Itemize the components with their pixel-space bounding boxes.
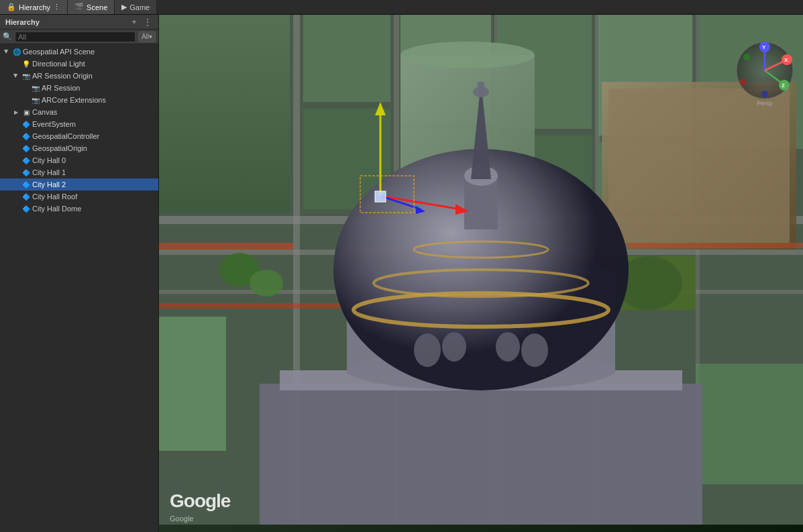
canvas-icon: ▣ <box>21 107 31 117</box>
hierarchy-item-city-hall-2[interactable]: ▶ 🔷 City Hall 2 <box>0 178 158 191</box>
view-orientation-gizmo[interactable]: Y X Z Persp <box>735 40 795 101</box>
cube-icon-city-hall-dome: 🔷 <box>21 204 31 213</box>
game-tab-label: Game <box>129 3 150 11</box>
svg-rect-30 <box>629 243 803 248</box>
eventsystem-label: EventSystem <box>32 120 76 128</box>
svg-rect-32 <box>159 317 226 451</box>
gizmo-svg: Y X Z <box>735 40 795 101</box>
hierarchy-tab[interactable]: 🔒 Hierarchy ⋮ <box>0 0 68 14</box>
hierarchy-item-geospatial-origin[interactable]: ▶ 🔷 GeospatialOrigin <box>0 142 158 154</box>
svg-text:Z: Z <box>782 83 785 89</box>
geospatial-origin-label: GeospatialOrigin <box>32 144 87 152</box>
search-input[interactable] <box>15 32 136 42</box>
persp-label: Persp <box>735 100 795 107</box>
ar-session-origin-label: AR Session Origin <box>32 72 93 80</box>
hierarchy-list: ▶ 🌐 Geospatial API Scene ▶ 💡 Directional… <box>0 44 158 532</box>
svg-point-35 <box>250 270 283 297</box>
hierarchy-menu-icon[interactable]: ⋮ <box>53 3 60 11</box>
svg-point-70 <box>739 78 746 85</box>
canvas-label: Canvas <box>32 108 57 116</box>
game-icon: ▶ <box>121 3 127 11</box>
top-tabs-row: 🔒 Hierarchy ⋮ 🎬 Scene ▶ Game <box>0 0 803 15</box>
hierarchy-item-city-hall-dome[interactable]: ▶ 🔷 City Hall Dome <box>0 203 158 215</box>
ar-session-label: AR Session <box>42 84 80 92</box>
hierarchy-item-root[interactable]: ▶ 🌐 Geospatial API Scene <box>0 46 158 58</box>
hierarchy-item-arcore-extensions[interactable]: ▶ 📷 ARCore Extensions <box>0 94 158 106</box>
game-tab[interactable]: ▶ Game <box>115 0 157 14</box>
scene-icon-root: 🌐 <box>12 47 21 56</box>
city-hall-0-label: City Hall 0 <box>32 156 66 164</box>
city-svg <box>159 15 803 532</box>
hierarchy-panel-title: Hierarchy <box>5 18 126 26</box>
city-hall-dome-label: City Hall Dome <box>32 205 81 213</box>
hierarchy-item-city-hall-0[interactable]: ▶ 🔷 City Hall 0 <box>0 154 158 166</box>
hierarchy-search-bar: 🔍 All ▾ <box>0 30 158 44</box>
svg-point-53 <box>521 333 548 367</box>
hierarchy-item-city-hall-1[interactable]: ▶ 🔷 City Hall 1 <box>0 166 158 178</box>
city-hall-1-label: City Hall 1 <box>32 168 66 176</box>
cube-icon-geo-controller: 🔷 <box>21 131 31 141</box>
svg-rect-28 <box>159 303 360 309</box>
svg-rect-23 <box>608 89 790 243</box>
hierarchy-item-directional-light[interactable]: ▶ 💡 Directional Light <box>0 58 158 70</box>
svg-point-52 <box>496 332 520 362</box>
cube-icon-geo-origin: 🔷 <box>21 144 31 153</box>
hierarchy-item-canvas[interactable]: ▶ ▣ Canvas <box>0 106 158 118</box>
hierarchy-tab-label: Hierarchy <box>19 3 50 11</box>
search-type-dropdown[interactable]: All ▾ <box>138 32 156 42</box>
google-watermark: Google <box>170 490 230 512</box>
svg-rect-49 <box>478 82 484 95</box>
expand-root[interactable]: ▶ <box>3 48 11 56</box>
svg-text:X: X <box>784 57 788 63</box>
scene-tab[interactable]: 🎬 Scene <box>68 0 115 14</box>
expand-canvas[interactable]: ▶ <box>12 108 20 116</box>
svg-text:Y: Y <box>762 44 766 50</box>
svg-rect-33 <box>696 364 803 484</box>
city-hall-roof-label: City Hall Roof <box>32 193 77 201</box>
scene-icon: 🎬 <box>74 3 84 11</box>
svg-point-71 <box>743 54 750 60</box>
hierarchy-item-city-hall-roof[interactable]: ▶ 🔷 City Hall Roof <box>0 191 158 203</box>
cube-icon-eventsystem: 🔷 <box>21 119 31 129</box>
city-hall-2-label: City Hall 2 <box>32 180 66 189</box>
dropdown-arrow: ▾ <box>149 33 152 40</box>
all-label: All <box>142 33 149 40</box>
light-icon: 💡 <box>21 59 31 68</box>
hierarchy-header: Hierarchy + ⋮ <box>0 15 158 30</box>
hierarchy-menu-btn[interactable]: ⋮ <box>142 17 153 28</box>
svg-rect-37 <box>260 384 702 525</box>
main-area: Hierarchy + ⋮ 🔍 All ▾ ▶ 🌐 Geospatial API… <box>0 15 803 532</box>
arcore-extensions-label: ARCore Extensions <box>42 96 106 104</box>
svg-point-51 <box>442 332 466 362</box>
hierarchy-item-ar-session[interactable]: ▶ 📷 AR Session <box>0 82 158 94</box>
svg-rect-60 <box>375 191 386 202</box>
aerial-background: Y X Z Persp Google Google <box>159 15 803 532</box>
svg-rect-27 <box>159 243 293 250</box>
camera-icon-arcore: 📷 <box>31 95 40 105</box>
scene-view[interactable]: ● ▾ 🌐 ▾ ✛ ▾ ⬜ ▾ ⤢ ▾ 2D <box>159 15 803 532</box>
expand-ar-origin[interactable]: ▶ <box>12 72 20 80</box>
svg-rect-10 <box>303 15 390 102</box>
svg-point-69 <box>761 91 768 97</box>
cube-icon-city-hall-2: 🔷 <box>21 180 31 189</box>
camera-icon-ar-session: 📷 <box>31 83 40 93</box>
geospatial-controller-label: GeospatialController <box>32 132 99 140</box>
root-label: Geospatial API Scene <box>23 48 95 56</box>
hierarchy-lock-icon: 🔒 <box>7 3 16 11</box>
scene-tab-label: Scene <box>87 3 107 11</box>
hierarchy-item-geospatial-controller[interactable]: ▶ 🔷 GeospatialController <box>0 130 158 142</box>
hierarchy-add-btn[interactable]: + <box>129 17 140 28</box>
hierarchy-item-ar-session-origin[interactable]: ▶ 📷 AR Session Origin <box>0 70 158 82</box>
svg-rect-9 <box>159 15 290 213</box>
directional-light-label: Directional Light <box>32 60 85 68</box>
hierarchy-panel: Hierarchy + ⋮ 🔍 All ▾ ▶ 🌐 Geospatial API… <box>0 15 159 532</box>
google-sub-watermark: Google <box>170 515 193 523</box>
svg-point-50 <box>414 333 441 367</box>
search-icon: 🔍 <box>3 32 12 41</box>
cube-icon-city-hall-roof: 🔷 <box>21 192 31 201</box>
hierarchy-item-eventsystem[interactable]: ▶ 🔷 EventSystem <box>0 118 158 130</box>
camera-icon-ar-origin: 📷 <box>21 71 31 81</box>
cube-icon-city-hall-1: 🔷 <box>21 168 31 177</box>
cube-icon-city-hall-0: 🔷 <box>21 156 31 165</box>
